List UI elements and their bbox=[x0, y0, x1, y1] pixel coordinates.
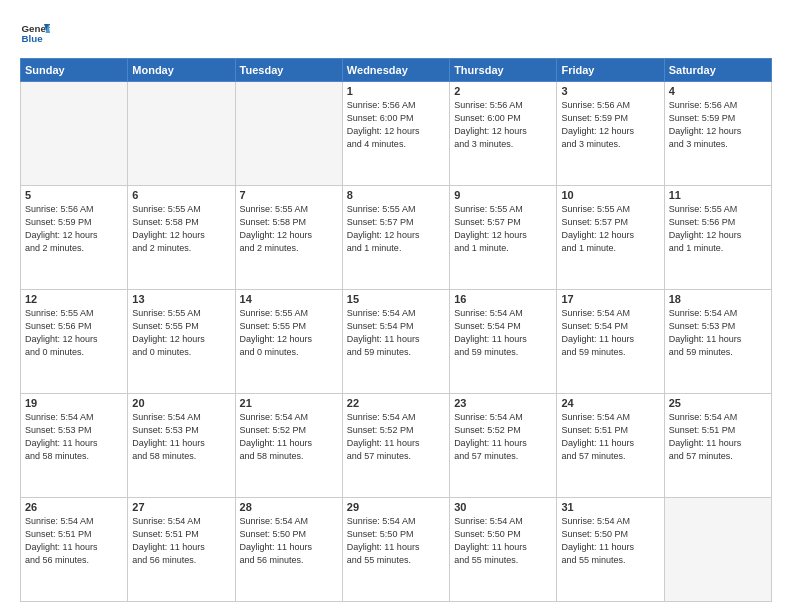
day-info: Sunrise: 5:56 AM Sunset: 5:59 PM Dayligh… bbox=[561, 99, 659, 151]
day-info: Sunrise: 5:56 AM Sunset: 6:00 PM Dayligh… bbox=[454, 99, 552, 151]
weekday-header-friday: Friday bbox=[557, 59, 664, 82]
day-info: Sunrise: 5:54 AM Sunset: 5:53 PM Dayligh… bbox=[25, 411, 123, 463]
calendar-cell bbox=[21, 82, 128, 186]
logo: General Blue bbox=[20, 18, 50, 48]
day-info: Sunrise: 5:54 AM Sunset: 5:50 PM Dayligh… bbox=[561, 515, 659, 567]
calendar-cell: 12Sunrise: 5:55 AM Sunset: 5:56 PM Dayli… bbox=[21, 290, 128, 394]
day-number: 13 bbox=[132, 293, 230, 305]
week-row-2: 12Sunrise: 5:55 AM Sunset: 5:56 PM Dayli… bbox=[21, 290, 772, 394]
day-info: Sunrise: 5:54 AM Sunset: 5:50 PM Dayligh… bbox=[454, 515, 552, 567]
day-number: 16 bbox=[454, 293, 552, 305]
day-number: 14 bbox=[240, 293, 338, 305]
weekday-header-wednesday: Wednesday bbox=[342, 59, 449, 82]
calendar-cell: 16Sunrise: 5:54 AM Sunset: 5:54 PM Dayli… bbox=[450, 290, 557, 394]
day-info: Sunrise: 5:54 AM Sunset: 5:51 PM Dayligh… bbox=[669, 411, 767, 463]
calendar-cell: 17Sunrise: 5:54 AM Sunset: 5:54 PM Dayli… bbox=[557, 290, 664, 394]
day-number: 7 bbox=[240, 189, 338, 201]
weekday-header-row: SundayMondayTuesdayWednesdayThursdayFrid… bbox=[21, 59, 772, 82]
calendar-cell: 4Sunrise: 5:56 AM Sunset: 5:59 PM Daylig… bbox=[664, 82, 771, 186]
week-row-1: 5Sunrise: 5:56 AM Sunset: 5:59 PM Daylig… bbox=[21, 186, 772, 290]
calendar-cell: 9Sunrise: 5:55 AM Sunset: 5:57 PM Daylig… bbox=[450, 186, 557, 290]
calendar-cell: 25Sunrise: 5:54 AM Sunset: 5:51 PM Dayli… bbox=[664, 394, 771, 498]
calendar-cell: 24Sunrise: 5:54 AM Sunset: 5:51 PM Dayli… bbox=[557, 394, 664, 498]
day-info: Sunrise: 5:54 AM Sunset: 5:51 PM Dayligh… bbox=[132, 515, 230, 567]
week-row-4: 26Sunrise: 5:54 AM Sunset: 5:51 PM Dayli… bbox=[21, 498, 772, 602]
calendar-cell: 26Sunrise: 5:54 AM Sunset: 5:51 PM Dayli… bbox=[21, 498, 128, 602]
calendar-cell: 29Sunrise: 5:54 AM Sunset: 5:50 PM Dayli… bbox=[342, 498, 449, 602]
calendar-cell: 21Sunrise: 5:54 AM Sunset: 5:52 PM Dayli… bbox=[235, 394, 342, 498]
header: General Blue bbox=[20, 18, 772, 48]
day-info: Sunrise: 5:54 AM Sunset: 5:50 PM Dayligh… bbox=[240, 515, 338, 567]
calendar-cell bbox=[128, 82, 235, 186]
calendar-cell bbox=[664, 498, 771, 602]
day-number: 11 bbox=[669, 189, 767, 201]
calendar-cell: 7Sunrise: 5:55 AM Sunset: 5:58 PM Daylig… bbox=[235, 186, 342, 290]
calendar-cell: 10Sunrise: 5:55 AM Sunset: 5:57 PM Dayli… bbox=[557, 186, 664, 290]
calendar-cell: 19Sunrise: 5:54 AM Sunset: 5:53 PM Dayli… bbox=[21, 394, 128, 498]
day-number: 18 bbox=[669, 293, 767, 305]
day-info: Sunrise: 5:54 AM Sunset: 5:53 PM Dayligh… bbox=[669, 307, 767, 359]
day-info: Sunrise: 5:55 AM Sunset: 5:57 PM Dayligh… bbox=[347, 203, 445, 255]
day-number: 24 bbox=[561, 397, 659, 409]
calendar-cell: 15Sunrise: 5:54 AM Sunset: 5:54 PM Dayli… bbox=[342, 290, 449, 394]
calendar-cell: 30Sunrise: 5:54 AM Sunset: 5:50 PM Dayli… bbox=[450, 498, 557, 602]
calendar-cell: 23Sunrise: 5:54 AM Sunset: 5:52 PM Dayli… bbox=[450, 394, 557, 498]
week-row-0: 1Sunrise: 5:56 AM Sunset: 6:00 PM Daylig… bbox=[21, 82, 772, 186]
day-number: 4 bbox=[669, 85, 767, 97]
calendar-table: SundayMondayTuesdayWednesdayThursdayFrid… bbox=[20, 58, 772, 602]
day-number: 21 bbox=[240, 397, 338, 409]
day-number: 17 bbox=[561, 293, 659, 305]
calendar-cell: 20Sunrise: 5:54 AM Sunset: 5:53 PM Dayli… bbox=[128, 394, 235, 498]
calendar-cell: 2Sunrise: 5:56 AM Sunset: 6:00 PM Daylig… bbox=[450, 82, 557, 186]
day-info: Sunrise: 5:55 AM Sunset: 5:56 PM Dayligh… bbox=[25, 307, 123, 359]
day-number: 25 bbox=[669, 397, 767, 409]
day-info: Sunrise: 5:54 AM Sunset: 5:54 PM Dayligh… bbox=[347, 307, 445, 359]
calendar-cell: 11Sunrise: 5:55 AM Sunset: 5:56 PM Dayli… bbox=[664, 186, 771, 290]
calendar-cell: 31Sunrise: 5:54 AM Sunset: 5:50 PM Dayli… bbox=[557, 498, 664, 602]
day-number: 27 bbox=[132, 501, 230, 513]
day-info: Sunrise: 5:56 AM Sunset: 5:59 PM Dayligh… bbox=[25, 203, 123, 255]
day-number: 10 bbox=[561, 189, 659, 201]
weekday-header-monday: Monday bbox=[128, 59, 235, 82]
calendar-cell: 3Sunrise: 5:56 AM Sunset: 5:59 PM Daylig… bbox=[557, 82, 664, 186]
calendar-cell: 6Sunrise: 5:55 AM Sunset: 5:58 PM Daylig… bbox=[128, 186, 235, 290]
day-info: Sunrise: 5:54 AM Sunset: 5:52 PM Dayligh… bbox=[347, 411, 445, 463]
day-info: Sunrise: 5:55 AM Sunset: 5:58 PM Dayligh… bbox=[132, 203, 230, 255]
day-number: 9 bbox=[454, 189, 552, 201]
svg-text:Blue: Blue bbox=[22, 33, 44, 44]
day-number: 23 bbox=[454, 397, 552, 409]
calendar-cell: 28Sunrise: 5:54 AM Sunset: 5:50 PM Dayli… bbox=[235, 498, 342, 602]
calendar-cell: 1Sunrise: 5:56 AM Sunset: 6:00 PM Daylig… bbox=[342, 82, 449, 186]
day-number: 19 bbox=[25, 397, 123, 409]
day-number: 1 bbox=[347, 85, 445, 97]
weekday-header-saturday: Saturday bbox=[664, 59, 771, 82]
day-info: Sunrise: 5:54 AM Sunset: 5:51 PM Dayligh… bbox=[25, 515, 123, 567]
day-info: Sunrise: 5:54 AM Sunset: 5:53 PM Dayligh… bbox=[132, 411, 230, 463]
day-number: 12 bbox=[25, 293, 123, 305]
day-info: Sunrise: 5:54 AM Sunset: 5:54 PM Dayligh… bbox=[561, 307, 659, 359]
calendar-cell: 14Sunrise: 5:55 AM Sunset: 5:55 PM Dayli… bbox=[235, 290, 342, 394]
logo-icon: General Blue bbox=[20, 18, 50, 48]
day-info: Sunrise: 5:55 AM Sunset: 5:55 PM Dayligh… bbox=[132, 307, 230, 359]
day-number: 6 bbox=[132, 189, 230, 201]
calendar-cell: 8Sunrise: 5:55 AM Sunset: 5:57 PM Daylig… bbox=[342, 186, 449, 290]
day-info: Sunrise: 5:54 AM Sunset: 5:51 PM Dayligh… bbox=[561, 411, 659, 463]
day-number: 29 bbox=[347, 501, 445, 513]
calendar-cell: 13Sunrise: 5:55 AM Sunset: 5:55 PM Dayli… bbox=[128, 290, 235, 394]
week-row-3: 19Sunrise: 5:54 AM Sunset: 5:53 PM Dayli… bbox=[21, 394, 772, 498]
day-number: 2 bbox=[454, 85, 552, 97]
calendar-cell: 5Sunrise: 5:56 AM Sunset: 5:59 PM Daylig… bbox=[21, 186, 128, 290]
day-info: Sunrise: 5:54 AM Sunset: 5:50 PM Dayligh… bbox=[347, 515, 445, 567]
day-info: Sunrise: 5:55 AM Sunset: 5:57 PM Dayligh… bbox=[454, 203, 552, 255]
day-number: 31 bbox=[561, 501, 659, 513]
day-info: Sunrise: 5:55 AM Sunset: 5:56 PM Dayligh… bbox=[669, 203, 767, 255]
day-number: 3 bbox=[561, 85, 659, 97]
day-info: Sunrise: 5:56 AM Sunset: 6:00 PM Dayligh… bbox=[347, 99, 445, 151]
weekday-header-tuesday: Tuesday bbox=[235, 59, 342, 82]
day-info: Sunrise: 5:55 AM Sunset: 5:55 PM Dayligh… bbox=[240, 307, 338, 359]
calendar-cell: 18Sunrise: 5:54 AM Sunset: 5:53 PM Dayli… bbox=[664, 290, 771, 394]
day-info: Sunrise: 5:54 AM Sunset: 5:52 PM Dayligh… bbox=[454, 411, 552, 463]
calendar-cell bbox=[235, 82, 342, 186]
day-info: Sunrise: 5:56 AM Sunset: 5:59 PM Dayligh… bbox=[669, 99, 767, 151]
day-info: Sunrise: 5:55 AM Sunset: 5:57 PM Dayligh… bbox=[561, 203, 659, 255]
